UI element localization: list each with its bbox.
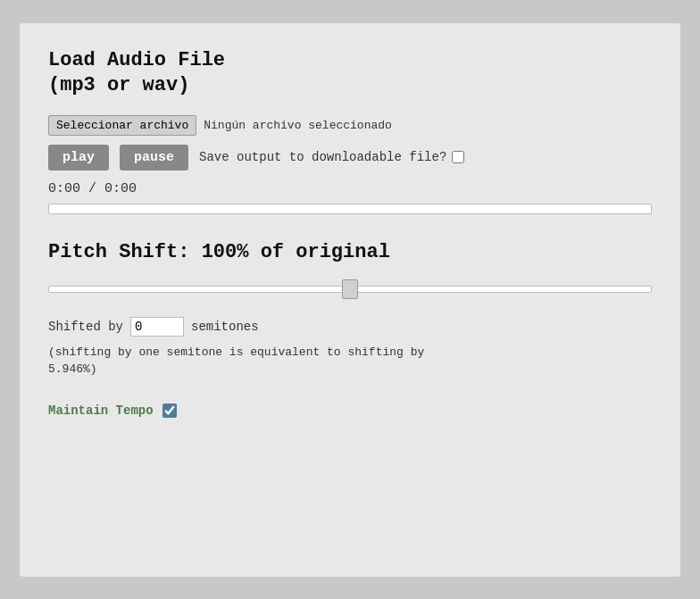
controls-row: play pause Save output to downloadable f…	[48, 145, 652, 171]
time-display: 0:00 / 0:00	[48, 181, 652, 196]
maintain-tempo-checkbox[interactable]	[162, 403, 177, 418]
tempo-row: Maintain Tempo	[48, 403, 652, 418]
save-output-checkbox[interactable]	[452, 151, 464, 163]
save-output-label: Save output to downloadable file?	[199, 150, 464, 164]
pitch-slider[interactable]	[48, 286, 652, 293]
file-name-label: Ningún archivo seleccionado	[204, 119, 392, 132]
pitch-slider-container	[48, 281, 652, 297]
select-file-button[interactable]: Seleccionar archivo	[48, 115, 196, 136]
file-row: Seleccionar archivo Ningún archivo selec…	[48, 115, 652, 136]
progress-bar	[48, 204, 652, 214]
semitones-row: Shifted by semitones	[48, 317, 652, 337]
main-card: Load Audio File (mp3 or wav) Seleccionar…	[20, 23, 680, 577]
load-audio-title: Load Audio File (mp3 or wav)	[48, 48, 652, 99]
tempo-label: Maintain Tempo	[48, 403, 154, 418]
pitch-shift-title: Pitch Shift: 100% of original	[48, 241, 652, 263]
semitone-note: (shifting by one semitone is equivalent …	[48, 344, 652, 379]
semitones-label-pre: Shifted by	[48, 320, 123, 334]
pause-button[interactable]: pause	[120, 145, 188, 171]
play-button[interactable]: play	[48, 145, 109, 171]
semitones-label-post: semitones	[191, 320, 259, 334]
semitones-input[interactable]	[130, 317, 184, 337]
